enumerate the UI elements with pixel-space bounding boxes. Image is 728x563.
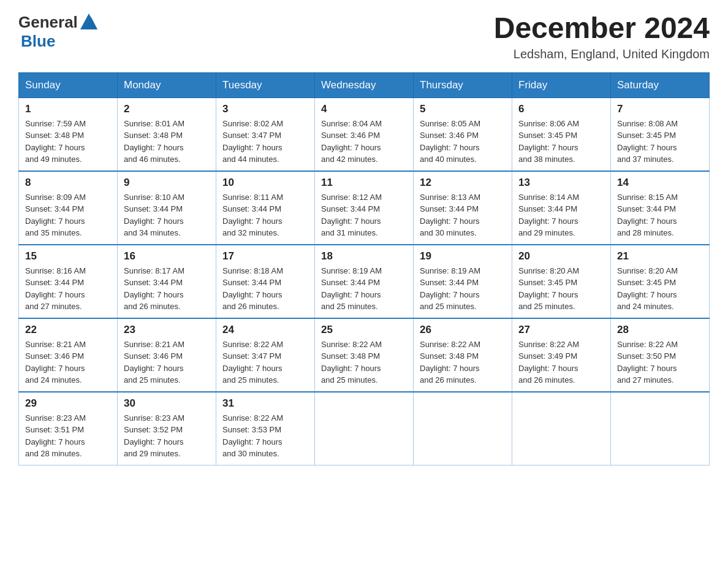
table-row: 10 Sunrise: 8:11 AMSunset: 3:44 PMDaylig… <box>216 171 315 245</box>
table-row <box>315 392 414 465</box>
day-info: Sunrise: 8:22 AMSunset: 3:53 PMDaylight:… <box>222 412 308 460</box>
day-info: Sunrise: 8:14 AMSunset: 3:44 PMDaylight:… <box>518 191 604 239</box>
day-info: Sunrise: 8:22 AMSunset: 3:47 PMDaylight:… <box>222 339 308 386</box>
day-number: 27 <box>518 324 604 336</box>
day-info: Sunrise: 8:21 AMSunset: 3:46 PMDaylight:… <box>124 339 210 386</box>
table-row: 30 Sunrise: 8:23 AMSunset: 3:52 PMDaylig… <box>118 392 216 465</box>
day-number: 14 <box>617 177 703 189</box>
table-row: 7 Sunrise: 8:08 AMSunset: 3:45 PMDayligh… <box>611 98 710 171</box>
day-number: 7 <box>617 103 703 115</box>
table-row <box>414 392 512 465</box>
day-info: Sunrise: 8:18 AMSunset: 3:44 PMDaylight:… <box>222 265 308 313</box>
day-number: 4 <box>321 103 407 115</box>
day-info: Sunrise: 8:22 AMSunset: 3:50 PMDaylight:… <box>617 339 703 386</box>
day-number: 25 <box>321 324 407 336</box>
day-info: Sunrise: 8:21 AMSunset: 3:46 PMDaylight:… <box>25 339 111 386</box>
day-number: 30 <box>124 397 210 410</box>
day-info: Sunrise: 8:19 AMSunset: 3:44 PMDaylight:… <box>420 265 506 313</box>
day-info: Sunrise: 8:08 AMSunset: 3:45 PMDaylight:… <box>617 118 703 166</box>
table-row: 20 Sunrise: 8:20 AMSunset: 3:45 PMDaylig… <box>512 245 611 318</box>
day-number: 11 <box>321 177 407 189</box>
header-friday: Friday <box>512 72 611 98</box>
day-number: 3 <box>222 103 308 115</box>
table-row: 4 Sunrise: 8:04 AMSunset: 3:46 PMDayligh… <box>315 98 414 171</box>
table-row <box>611 392 710 465</box>
table-row: 8 Sunrise: 8:09 AMSunset: 3:44 PMDayligh… <box>19 171 118 245</box>
logo-blue-text: Blue <box>21 32 55 50</box>
week-row-2: 8 Sunrise: 8:09 AMSunset: 3:44 PMDayligh… <box>19 171 710 245</box>
calendar-table: Sunday Monday Tuesday Wednesday Thursday… <box>18 72 710 465</box>
table-row <box>512 392 611 465</box>
day-number: 12 <box>420 177 506 189</box>
table-row: 2 Sunrise: 8:01 AMSunset: 3:48 PMDayligh… <box>118 98 216 171</box>
day-number: 16 <box>124 250 210 262</box>
day-info: Sunrise: 8:05 AMSunset: 3:46 PMDaylight:… <box>420 118 506 166</box>
day-info: Sunrise: 7:59 AMSunset: 3:48 PMDaylight:… <box>25 118 111 166</box>
header-monday: Monday <box>118 72 216 98</box>
table-row: 9 Sunrise: 8:10 AMSunset: 3:44 PMDayligh… <box>118 171 216 245</box>
title-section: December 2024 Ledsham, England, United K… <box>494 12 710 61</box>
day-info: Sunrise: 8:04 AMSunset: 3:46 PMDaylight:… <box>321 118 407 166</box>
table-row: 3 Sunrise: 8:02 AMSunset: 3:47 PMDayligh… <box>216 98 315 171</box>
table-row: 21 Sunrise: 8:20 AMSunset: 3:45 PMDaylig… <box>611 245 710 318</box>
day-number: 28 <box>617 324 703 336</box>
day-info: Sunrise: 8:02 AMSunset: 3:47 PMDaylight:… <box>222 118 308 166</box>
table-row: 24 Sunrise: 8:22 AMSunset: 3:47 PMDaylig… <box>216 318 315 392</box>
logo: General Blue <box>18 12 100 51</box>
table-row: 31 Sunrise: 8:22 AMSunset: 3:53 PMDaylig… <box>216 392 315 465</box>
day-number: 8 <box>25 177 111 189</box>
day-info: Sunrise: 8:15 AMSunset: 3:44 PMDaylight:… <box>617 191 703 239</box>
table-row: 13 Sunrise: 8:14 AMSunset: 3:44 PMDaylig… <box>512 171 611 245</box>
day-number: 22 <box>25 324 111 336</box>
day-number: 6 <box>518 103 604 115</box>
table-row: 1 Sunrise: 7:59 AMSunset: 3:48 PMDayligh… <box>19 98 118 171</box>
day-number: 29 <box>25 397 111 410</box>
table-row: 5 Sunrise: 8:05 AMSunset: 3:46 PMDayligh… <box>414 98 512 171</box>
day-number: 20 <box>518 250 604 262</box>
day-number: 21 <box>617 250 703 262</box>
day-number: 2 <box>124 103 210 115</box>
table-row: 19 Sunrise: 8:19 AMSunset: 3:44 PMDaylig… <box>414 245 512 318</box>
day-info: Sunrise: 8:20 AMSunset: 3:45 PMDaylight:… <box>518 265 604 313</box>
week-row-5: 29 Sunrise: 8:23 AMSunset: 3:51 PMDaylig… <box>19 392 710 465</box>
logo-general-text: General <box>18 13 78 32</box>
day-number: 18 <box>321 250 407 262</box>
header-tuesday: Tuesday <box>216 72 315 98</box>
day-number: 26 <box>420 324 506 336</box>
day-number: 9 <box>124 177 210 189</box>
day-info: Sunrise: 8:22 AMSunset: 3:49 PMDaylight:… <box>518 339 604 386</box>
header-saturday: Saturday <box>611 72 710 98</box>
day-info: Sunrise: 8:11 AMSunset: 3:44 PMDaylight:… <box>222 191 308 239</box>
table-row: 11 Sunrise: 8:12 AMSunset: 3:44 PMDaylig… <box>315 171 414 245</box>
day-number: 17 <box>222 250 308 262</box>
day-info: Sunrise: 8:06 AMSunset: 3:45 PMDaylight:… <box>518 118 604 166</box>
day-number: 5 <box>420 103 506 115</box>
logo-icon <box>79 12 99 32</box>
day-info: Sunrise: 8:12 AMSunset: 3:44 PMDaylight:… <box>321 191 407 239</box>
week-row-3: 15 Sunrise: 8:16 AMSunset: 3:44 PMDaylig… <box>19 245 710 318</box>
table-row: 6 Sunrise: 8:06 AMSunset: 3:45 PMDayligh… <box>512 98 611 171</box>
month-title: December 2024 <box>494 12 710 45</box>
day-info: Sunrise: 8:10 AMSunset: 3:44 PMDaylight:… <box>124 191 210 239</box>
table-row: 16 Sunrise: 8:17 AMSunset: 3:44 PMDaylig… <box>118 245 216 318</box>
table-row: 12 Sunrise: 8:13 AMSunset: 3:44 PMDaylig… <box>414 171 512 245</box>
day-info: Sunrise: 8:22 AMSunset: 3:48 PMDaylight:… <box>321 339 407 386</box>
table-row: 15 Sunrise: 8:16 AMSunset: 3:44 PMDaylig… <box>19 245 118 318</box>
day-number: 10 <box>222 177 308 189</box>
table-row: 26 Sunrise: 8:22 AMSunset: 3:48 PMDaylig… <box>414 318 512 392</box>
day-number: 19 <box>420 250 506 262</box>
week-row-4: 22 Sunrise: 8:21 AMSunset: 3:46 PMDaylig… <box>19 318 710 392</box>
header-sunday: Sunday <box>19 72 118 98</box>
day-number: 15 <box>25 250 111 262</box>
day-number: 13 <box>518 177 604 189</box>
week-row-1: 1 Sunrise: 7:59 AMSunset: 3:48 PMDayligh… <box>19 98 710 171</box>
day-info: Sunrise: 8:23 AMSunset: 3:52 PMDaylight:… <box>124 412 210 460</box>
day-info: Sunrise: 8:17 AMSunset: 3:44 PMDaylight:… <box>124 265 210 313</box>
table-row: 25 Sunrise: 8:22 AMSunset: 3:48 PMDaylig… <box>315 318 414 392</box>
day-info: Sunrise: 8:22 AMSunset: 3:48 PMDaylight:… <box>420 339 506 386</box>
day-number: 24 <box>222 324 308 336</box>
table-row: 22 Sunrise: 8:21 AMSunset: 3:46 PMDaylig… <box>19 318 118 392</box>
table-row: 23 Sunrise: 8:21 AMSunset: 3:46 PMDaylig… <box>118 318 216 392</box>
table-row: 17 Sunrise: 8:18 AMSunset: 3:44 PMDaylig… <box>216 245 315 318</box>
weekday-header-row: Sunday Monday Tuesday Wednesday Thursday… <box>19 72 710 98</box>
